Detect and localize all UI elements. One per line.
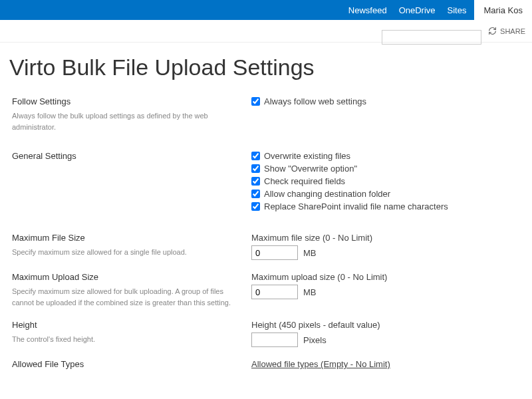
overwrite-existing-label: Overwrite existing files <box>264 151 350 161</box>
show-overwrite-option-row[interactable]: Show "Overwrite option" <box>251 164 520 174</box>
follow-settings-title: Follow Settings <box>12 96 237 106</box>
top-nav-links: Newsfeed OneDrive Sites <box>348 5 467 15</box>
height-field-label: Height (450 pixels - default value) <box>251 320 520 330</box>
replace-invalid-chars-row[interactable]: Replace SharePoint invalid file name cha… <box>251 201 520 211</box>
nav-newsfeed[interactable]: Newsfeed <box>348 5 387 15</box>
allowed-file-types-title: Allowed File Types <box>12 359 237 369</box>
max-file-size-field-label: Maximum file size (0 - No Limit) <box>251 233 520 243</box>
search-input[interactable] <box>382 30 481 45</box>
replace-invalid-chars-checkbox[interactable] <box>251 202 260 211</box>
row-general-settings: General Settings Overwrite existing file… <box>12 151 520 214</box>
follow-settings-desc: Always follow the bulk upload settings a… <box>12 110 237 132</box>
page-title: Virto Bulk File Upload Settings <box>0 43 532 96</box>
overwrite-existing-row[interactable]: Overwrite existing files <box>251 151 520 161</box>
action-bar: SHARE <box>0 20 532 43</box>
general-settings-title: General Settings <box>12 151 237 161</box>
row-max-file-size: Maximum File Size Specify maximum size a… <box>12 233 520 260</box>
max-file-size-desc: Specify maximum size allowed for a singl… <box>12 247 237 258</box>
always-follow-label: Always follow web settings <box>264 96 366 106</box>
nav-onedrive[interactable]: OneDrive <box>399 5 436 15</box>
height-title: Height <box>12 320 237 330</box>
row-height: Height The control's fixed height. Heigh… <box>12 320 520 347</box>
max-upload-size-unit: MB <box>303 287 317 297</box>
max-upload-size-field-label: Maximum upload size (0 - No Limit) <box>251 272 520 282</box>
share-button[interactable]: SHARE <box>488 27 525 35</box>
always-follow-checkbox-row[interactable]: Always follow web settings <box>251 96 520 106</box>
share-label: SHARE <box>500 27 525 35</box>
height-unit: Pixels <box>303 335 327 345</box>
check-required-fields-row[interactable]: Check required fields <box>251 176 520 186</box>
settings-body: Follow Settings Always follow the bulk u… <box>0 96 532 373</box>
show-overwrite-option-label: Show "Overwrite option" <box>264 164 357 174</box>
max-file-size-title: Maximum File Size <box>12 233 237 243</box>
allowed-file-types-field-label: Allowed file types (Empty - No Limit) <box>251 359 520 369</box>
allow-changing-folder-row[interactable]: Allow changing destination folder <box>251 189 520 199</box>
show-overwrite-option-checkbox[interactable] <box>251 164 260 173</box>
check-required-fields-checkbox[interactable] <box>251 177 260 186</box>
check-required-fields-label: Check required fields <box>264 176 345 186</box>
top-nav-bar: Newsfeed OneDrive Sites Maria Kos <box>0 0 532 20</box>
allow-changing-folder-label: Allow changing destination folder <box>264 189 390 199</box>
allow-changing-folder-checkbox[interactable] <box>251 190 260 198</box>
max-file-size-input[interactable] <box>251 245 298 260</box>
max-file-size-unit: MB <box>303 248 317 258</box>
max-upload-size-input[interactable] <box>251 285 298 299</box>
height-input[interactable] <box>251 332 298 347</box>
row-allowed-file-types: Allowed File Types Allowed file types (E… <box>12 359 520 373</box>
refresh-icon <box>488 27 497 35</box>
max-upload-size-desc: Specify maximum size allowed for bulk up… <box>12 286 237 308</box>
row-max-upload-size: Maximum Upload Size Specify maximum size… <box>12 272 520 308</box>
replace-invalid-chars-label: Replace SharePoint invalid file name cha… <box>264 201 448 211</box>
height-desc: The control's fixed height. <box>12 334 237 345</box>
always-follow-checkbox[interactable] <box>251 97 260 106</box>
max-upload-size-title: Maximum Upload Size <box>12 272 237 282</box>
overwrite-existing-checkbox[interactable] <box>251 152 260 160</box>
row-follow-settings: Follow Settings Always follow the bulk u… <box>12 96 520 132</box>
nav-sites[interactable]: Sites <box>448 5 467 15</box>
user-menu[interactable]: Maria Kos <box>474 0 532 20</box>
